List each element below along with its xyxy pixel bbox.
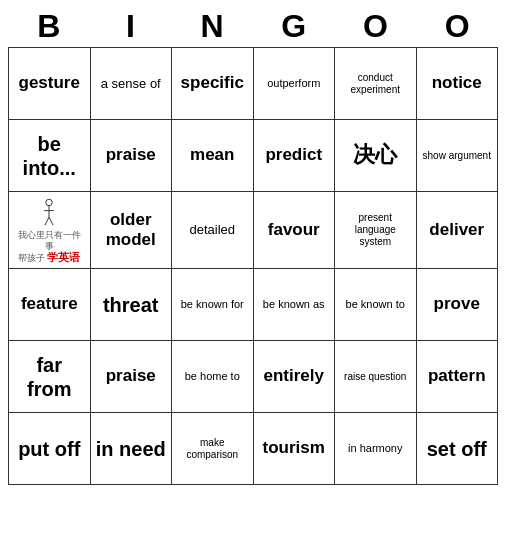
cell-r4-c4: raise question <box>335 341 417 413</box>
header-g: G <box>253 8 335 45</box>
cell-r2-c5: deliver <box>417 192 499 269</box>
cell-r1-c5: show argument <box>417 120 499 192</box>
cell-r5-c3: tourism <box>254 413 336 485</box>
cell-r5-c0: put off <box>9 413 91 485</box>
header-n: N <box>171 8 253 45</box>
header-i: I <box>90 8 172 45</box>
header-o1: O <box>335 8 417 45</box>
cell-r1-c4: 决心 <box>335 120 417 192</box>
cell-r3-c4: be known to <box>335 269 417 341</box>
cell-r0-c0: gesture <box>9 48 91 120</box>
cell-r3-c3: be known as <box>254 269 336 341</box>
bingo-grid: gesturea sense ofspecificoutperformcondu… <box>8 47 498 485</box>
header-o2: O <box>416 8 498 45</box>
cell-r3-c0: feature <box>9 269 91 341</box>
cell-r1-c1: praise <box>91 120 173 192</box>
cell-r4-c3: entirely <box>254 341 336 413</box>
cell-r0-c5: notice <box>417 48 499 120</box>
bingo-header: B I N G O O <box>8 8 498 45</box>
cell-r5-c5: set off <box>417 413 499 485</box>
cell-r5-c4: in harmony <box>335 413 417 485</box>
svg-line-3 <box>45 217 49 225</box>
cell-r1-c2: mean <box>172 120 254 192</box>
svg-line-4 <box>49 217 53 225</box>
cell-r2-c2: detailed <box>172 192 254 269</box>
cell-r4-c5: pattern <box>417 341 499 413</box>
cell-r3-c1: threat <box>91 269 173 341</box>
cell-r0-c4: conduct experiment <box>335 48 417 120</box>
cell-r4-c0: far from <box>9 341 91 413</box>
cell-r0-c1: a sense of <box>91 48 173 120</box>
header-b: B <box>8 8 90 45</box>
cell-r1-c0: be into... <box>9 120 91 192</box>
cell-r2-c4: present language system <box>335 192 417 269</box>
svg-point-0 <box>46 199 52 205</box>
cell-r5-c1: in need <box>91 413 173 485</box>
cell-r5-c2: make comparison <box>172 413 254 485</box>
cell-r0-c2: specific <box>172 48 254 120</box>
cell-r4-c2: be home to <box>172 341 254 413</box>
cell-r3-c2: be known for <box>172 269 254 341</box>
cell-r2-c0: 我心里只有一件事帮孩子 学英语 <box>9 192 91 269</box>
cell-r4-c1: praise <box>91 341 173 413</box>
cell-r0-c3: outperform <box>254 48 336 120</box>
image-caption: 我心里只有一件事帮孩子 学英语 <box>14 230 84 264</box>
image-cell: 我心里只有一件事帮孩子 学英语 <box>14 196 84 264</box>
cell-r1-c3: predict <box>254 120 336 192</box>
cell-r2-c3: favour <box>254 192 336 269</box>
cell-r2-c1: older model <box>91 192 173 269</box>
cell-r3-c5: prove <box>417 269 499 341</box>
chinese-text: 决心 <box>353 142 397 168</box>
